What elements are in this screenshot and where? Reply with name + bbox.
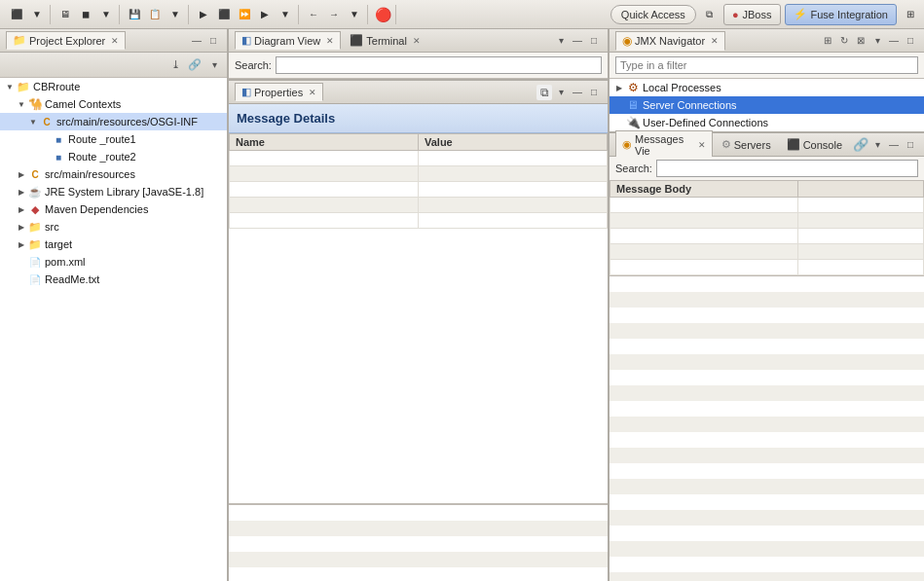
tab-messages-view[interactable]: ◉ Messages Vie ✕	[615, 130, 713, 160]
properties-tab-close[interactable]: ✕	[309, 88, 316, 97]
properties-maximize-btn[interactable]: □	[586, 85, 602, 100]
toolbar-btn-16[interactable]: ▼	[345, 5, 364, 24]
tree-item-target[interactable]: ▶ 📁 target	[0, 236, 227, 253]
toolbar-btn-13[interactable]: ▼	[276, 5, 295, 24]
explorer-maximize-btn[interactable]: □	[205, 33, 221, 49]
camel-contexts-arrow: ▼	[16, 100, 27, 109]
quick-access-button[interactable]: Quick Access	[610, 5, 696, 24]
tree-item-maven[interactable]: ▶ ◆ Maven Dependencies	[0, 200, 227, 218]
jmx-item-local-processes[interactable]: ▶ ⚙ Local Processes	[610, 79, 924, 96]
message-details-title: Message Details	[237, 111, 335, 126]
tree-item-cbrroute[interactable]: ▼ 📁 CBRroute	[0, 78, 227, 95]
properties-open-btn[interactable]: ⧉	[536, 85, 552, 100]
toolbar-group-camel: 🔴	[370, 5, 396, 24]
diagram-view-state-btn[interactable]: ▾	[553, 33, 569, 49]
tab-jmx-navigator[interactable]: ◉ JMX Navigator ✕	[615, 31, 725, 51]
tree-item-osgi-inf[interactable]: ▼ C src/main/resources/OSGI-INF	[0, 113, 227, 130]
jmx-header: ◉ JMX Navigator ✕ ⊞ ↻ ⊠ ▾ — □	[610, 29, 924, 53]
jmx-minimize-btn[interactable]: —	[886, 33, 902, 49]
explorer-minimize-btn[interactable]: —	[189, 33, 204, 49]
tree-item-src[interactable]: ▶ 📁 src	[0, 218, 227, 236]
messages-link-btn[interactable]: 🔗	[853, 137, 869, 153]
jmx-item-server-connections[interactable]: 🖥 Server Connections	[610, 96, 924, 114]
tree-item-camel-contexts[interactable]: ▼ 🐪 Camel Contexts	[0, 95, 227, 113]
jboss-icon: ●	[732, 9, 739, 20]
diagram-minimize-btn[interactable]: —	[570, 33, 585, 49]
perspectives-more-btn[interactable]: ⊞	[901, 5, 920, 24]
diagram-view-close[interactable]: ✕	[326, 36, 334, 46]
tree-item-route2[interactable]: ■ Route _route2	[0, 148, 227, 165]
tree-item-jre[interactable]: ▶ ☕ JRE System Library [JavaSE-1.8]	[0, 183, 227, 200]
toolbar-btn-camel[interactable]: 🔴	[373, 5, 392, 24]
jmx-filter-input[interactable]	[615, 56, 918, 74]
fuse-icon: ⚡	[794, 8, 807, 20]
tab-project-explorer[interactable]: 📁 Project Explorer ✕	[6, 31, 126, 50]
tab-properties[interactable]: ◧ Properties ✕	[235, 83, 323, 101]
local-processes-label: Local Processes	[641, 82, 721, 93]
jmx-refresh-btn[interactable]: ↻	[836, 33, 852, 49]
messages-search-input[interactable]	[656, 160, 918, 177]
properties-table-body	[230, 151, 608, 229]
explorer-link-btn[interactable]: 🔗	[186, 56, 203, 74]
properties-minimize-btn[interactable]: —	[570, 85, 585, 100]
tree-item-pom[interactable]: 📄 pom.xml	[0, 253, 227, 271]
msg-col-body: Message Body	[610, 181, 798, 198]
explorer-controls: — □	[189, 33, 221, 49]
fuse-perspective-btn[interactable]: ⚡ Fuse Integration	[785, 4, 898, 25]
jmx-tab-close[interactable]: ✕	[711, 36, 719, 46]
table-row	[610, 244, 924, 260]
toolbar-btn-15[interactable]: →	[324, 5, 344, 24]
jmx-new-conn-btn[interactable]: ⊞	[820, 33, 835, 49]
messages-view-state-btn[interactable]: ▾	[869, 137, 885, 153]
tab-diagram-view[interactable]: ◧ Diagram View ✕	[235, 31, 341, 50]
target-icon: 📁	[27, 236, 43, 252]
diagram-view-label: Diagram View	[254, 35, 320, 47]
local-processes-icon: ⚙	[625, 80, 641, 95]
properties-view-state-btn[interactable]: ▾	[553, 85, 569, 100]
src-main-resources-arrow: ▶	[16, 170, 27, 179]
toolbar-btn-12[interactable]: ▶	[255, 5, 275, 24]
diagram-search-input[interactable]	[276, 56, 602, 74]
tree-item-route1[interactable]: ■ Route _route1	[0, 130, 227, 148]
tab-servers[interactable]: ⚙ Servers	[715, 135, 778, 154]
jboss-perspective-btn[interactable]: ● JBoss	[723, 4, 781, 25]
table-row	[610, 260, 924, 275]
prop-col-name: Name	[230, 134, 419, 151]
jmx-disconnect-btn[interactable]: ⊠	[853, 33, 869, 49]
jmx-view-state-btn[interactable]: ▾	[869, 33, 885, 49]
messages-tabs: ◉ Messages Vie ✕ ⚙ Servers ⬛ Console	[615, 130, 849, 160]
toolbar-btn-6[interactable]: 💾	[125, 5, 144, 24]
tree-item-readme[interactable]: 📄 ReadMe.txt	[0, 271, 227, 288]
messages-maximize-btn[interactable]: □	[903, 137, 918, 153]
tab-terminal[interactable]: ⬛ Terminal ✕	[343, 31, 427, 50]
maven-icon: ◆	[27, 201, 43, 217]
toolbar-btn-3[interactable]: 🖥	[55, 5, 75, 24]
open-perspective-icon[interactable]: ⧉	[700, 5, 720, 24]
toolbar-btn-11[interactable]: ⏩	[235, 5, 254, 24]
toolbar-btn-1[interactable]: ⬛	[7, 5, 26, 24]
explorer-collapse-all-btn[interactable]: ⤓	[166, 56, 184, 74]
jre-label: JRE System Library [JavaSE-1.8]	[43, 186, 203, 198]
tab-console[interactable]: ⬛ Console	[780, 135, 849, 154]
diagram-maximize-btn[interactable]: □	[586, 33, 602, 49]
terminal-close[interactable]: ✕	[413, 36, 421, 46]
toolbar-btn-7[interactable]: 📋	[145, 5, 165, 24]
toolbar-btn-14[interactable]: ←	[304, 5, 323, 24]
tree-item-src-main-resources[interactable]: ▶ C src/main/resources	[0, 165, 227, 183]
toolbar-btn-2[interactable]: ▼	[27, 5, 47, 24]
messages-minimize-btn[interactable]: —	[886, 137, 902, 153]
toolbar-btn-10[interactable]: ⬛	[214, 5, 234, 24]
toolbar-btn-4[interactable]: ◼	[76, 5, 95, 24]
jmx-item-user-defined[interactable]: 🔌 User-Defined Connections	[610, 114, 924, 131]
jmx-maximize-btn[interactable]: □	[903, 33, 918, 49]
quick-access-section: Quick Access ⧉ ● JBoss ⚡ Fuse Integratio…	[610, 4, 920, 25]
table-row	[230, 166, 608, 182]
toolbar-btn-9[interactable]: ▶	[194, 5, 213, 24]
messages-tab-close[interactable]: ✕	[698, 140, 706, 150]
toolbar-btn-8[interactable]: ▼	[166, 5, 185, 24]
explorer-tab-close[interactable]: ✕	[111, 36, 119, 46]
toolbar-btn-5[interactable]: ▼	[96, 5, 116, 24]
explorer-menu-btn[interactable]: ▾	[205, 56, 223, 74]
table-row	[230, 213, 608, 229]
messages-table-wrapper: Message Body	[610, 181, 924, 581]
